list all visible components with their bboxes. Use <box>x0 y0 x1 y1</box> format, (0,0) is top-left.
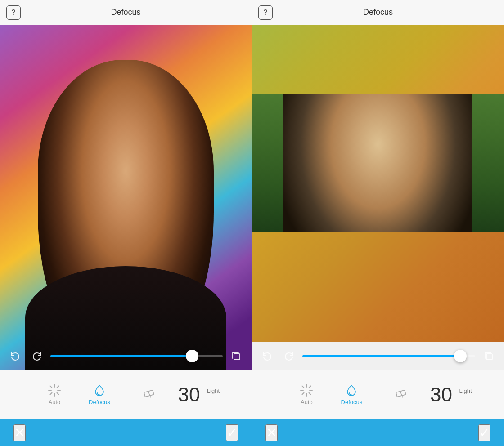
svg-line-22 <box>400 391 403 397</box>
copy-icon <box>231 351 242 361</box>
right-photo-bottom-bg <box>252 232 504 342</box>
right-tool-number: 30 <box>423 381 459 408</box>
right-tool-defocus[interactable]: Defocus <box>329 380 374 409</box>
right-image-area <box>252 25 504 370</box>
left-slider-fill <box>50 355 188 357</box>
left-panel: ? Defocus <box>0 0 252 446</box>
right-redo-icon <box>284 351 294 361</box>
right-cancel-button[interactable]: ✕ <box>266 424 278 441</box>
right-slider-area <box>252 343 504 370</box>
left-image-area <box>0 25 252 370</box>
left-help-button[interactable]: ? <box>6 5 21 20</box>
left-light-label: Light <box>207 388 220 394</box>
right-light-label-container: Light <box>459 387 472 402</box>
left-action-bar: ✕ ✓ <box>0 419 252 446</box>
right-number: 30 <box>430 385 452 405</box>
right-defocus-water-icon <box>345 384 358 397</box>
right-light-label: Light <box>459 388 472 394</box>
left-title: Defocus <box>111 8 140 17</box>
left-slider-area <box>0 343 252 370</box>
undo-icon <box>10 351 21 361</box>
left-number: 30 <box>178 385 200 405</box>
right-tool-auto[interactable]: Auto <box>284 380 329 409</box>
left-tool-eraser[interactable] <box>126 384 171 406</box>
svg-line-19 <box>309 386 311 388</box>
left-defocus-label: Defocus <box>89 399 110 406</box>
right-copy-icon <box>483 351 494 361</box>
right-eraser-icon <box>394 387 407 401</box>
eraser-icon <box>142 387 155 401</box>
right-help-button[interactable]: ? <box>258 5 273 20</box>
right-panel: ? Defocus <box>252 0 504 446</box>
right-header: ? Defocus <box>252 0 504 25</box>
svg-rect-12 <box>486 354 492 360</box>
svg-line-10 <box>148 391 151 397</box>
left-auto-label: Auto <box>49 399 61 406</box>
svg-line-7 <box>57 386 58 388</box>
right-toolbar-divider <box>376 384 376 406</box>
right-action-bar: ✕ ✓ <box>252 419 504 446</box>
right-tool-eraser[interactable] <box>378 384 423 406</box>
redo-icon <box>32 351 42 361</box>
right-auto-sparkle-icon <box>300 384 313 397</box>
right-toolbar: Auto Defocus 30 <box>252 370 504 419</box>
right-copy-button[interactable] <box>481 348 497 364</box>
right-defocus-icon <box>345 384 358 397</box>
defocus-water-icon <box>93 384 106 397</box>
left-tool-auto[interactable]: Auto <box>32 380 77 409</box>
right-help-icon: ? <box>263 9 268 17</box>
left-header: ? Defocus <box>0 0 252 25</box>
right-title: Defocus <box>363 8 393 17</box>
auto-sparkle-icon <box>48 384 61 397</box>
right-defocus-label: Defocus <box>341 399 363 406</box>
left-light-label-container: Light <box>207 387 220 402</box>
svg-rect-0 <box>234 354 240 360</box>
left-toolbar-divider <box>124 384 124 406</box>
right-undo-button[interactable] <box>259 348 275 364</box>
left-slider-thumb[interactable] <box>186 350 198 362</box>
eraser-svg-icon <box>142 387 155 401</box>
left-cancel-button[interactable]: ✕ <box>14 424 26 441</box>
svg-line-18 <box>309 393 311 395</box>
right-slider[interactable] <box>302 355 475 357</box>
right-auto-icon <box>300 384 313 397</box>
left-tool-defocus[interactable]: Defocus <box>77 380 122 409</box>
help-icon: ? <box>11 9 16 17</box>
auto-icon <box>48 384 61 397</box>
right-slider-track <box>302 355 475 357</box>
right-slider-thumb[interactable] <box>454 350 467 362</box>
left-undo-button[interactable] <box>7 348 23 364</box>
defocus-icon <box>93 384 106 397</box>
left-copy-button[interactable] <box>228 348 244 364</box>
svg-line-17 <box>302 386 304 388</box>
left-confirm-button[interactable]: ✓ <box>226 424 238 441</box>
left-redo-button[interactable] <box>29 348 45 364</box>
left-slider[interactable] <box>50 355 223 357</box>
svg-line-20 <box>302 393 304 395</box>
svg-line-8 <box>50 393 52 395</box>
right-redo-button[interactable] <box>281 348 297 364</box>
left-tool-number: 30 <box>171 381 207 408</box>
right-auto-label: Auto <box>301 399 313 406</box>
left-toolbar: Auto Defocus 30 <box>0 370 252 419</box>
right-undo-icon <box>262 351 273 361</box>
svg-line-5 <box>50 386 52 388</box>
right-eraser-svg-icon <box>394 387 407 401</box>
right-confirm-button[interactable]: ✓ <box>478 424 490 441</box>
left-slider-track <box>50 355 223 357</box>
svg-line-6 <box>57 393 58 395</box>
right-slider-fill <box>302 355 454 357</box>
